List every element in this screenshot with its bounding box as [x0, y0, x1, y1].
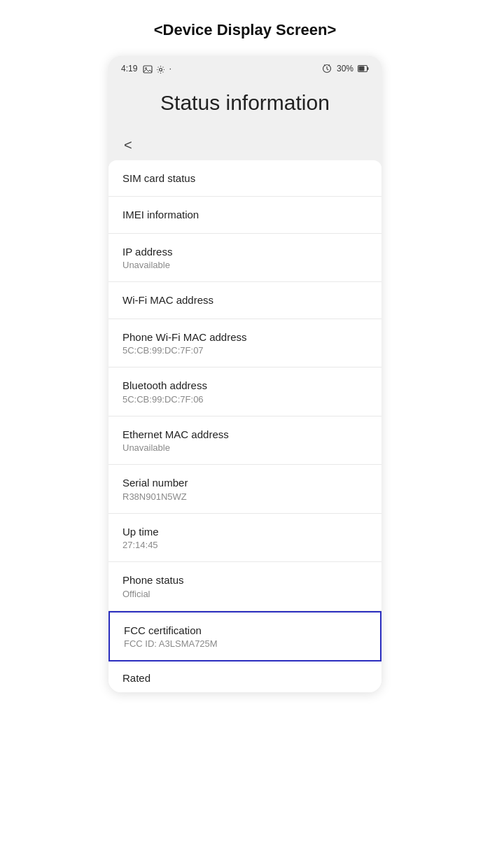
list-item-title: Phone status [122, 573, 368, 587]
list-item-fcc-certification[interactable]: FCC certification FCC ID: A3LSMA725M [108, 611, 382, 662]
list-item-subtitle: Official [122, 589, 368, 599]
list-item-subtitle: Unavailable [122, 442, 368, 453]
svg-point-2 [160, 68, 162, 71]
status-bar: 4:19 · [108, 56, 382, 78]
list-item-title: Phone Wi-Fi MAC address [122, 330, 368, 344]
list-item-wifi-mac-address[interactable]: Wi-Fi MAC address [108, 282, 382, 319]
list-item-title: Wi-Fi MAC address [122, 293, 368, 307]
battery-percent: 30% [337, 64, 354, 74]
list-item-subtitle: 27:14:45 [122, 540, 368, 550]
status-bar-right: 30% [322, 64, 369, 74]
list-item-title: Serial number [122, 476, 368, 490]
time-display: 4:19 [121, 64, 137, 74]
svg-rect-10 [359, 66, 365, 71]
list-item-subtitle: 5C:CB:99:DC:7F:07 [122, 345, 368, 356]
svg-line-5 [327, 69, 328, 70]
back-button[interactable]: < [124, 137, 132, 153]
list-item-title: Rated [122, 671, 368, 685]
list-item-title: Bluetooth address [122, 379, 368, 393]
list-item-subtitle: R38N901N5WZ [122, 491, 368, 502]
list-item-title: FCC certification [124, 624, 366, 638]
device-frame: 4:19 · [108, 56, 382, 692]
list-item-ip-address[interactable]: IP address Unavailable [108, 234, 382, 283]
list-item-up-time[interactable]: Up time 27:14:45 [108, 514, 382, 563]
list-item-subtitle: FCC ID: A3LSMA725M [124, 638, 366, 649]
list-item-title: IMEI information [122, 208, 368, 222]
header-section: Status information < [108, 78, 382, 160]
list-item-title: SIM card status [122, 172, 368, 186]
list-item-sim-card-status[interactable]: SIM card status [108, 160, 382, 197]
status-bar-left: 4:19 · [121, 63, 172, 74]
screen-title: Status information [121, 91, 369, 115]
svg-rect-0 [144, 66, 152, 73]
list-item-title: IP address [122, 245, 368, 259]
list-item-rated[interactable]: Rated [108, 662, 382, 692]
svg-rect-9 [368, 67, 369, 70]
list-item-serial-number[interactable]: Serial number R38N901N5WZ [108, 465, 382, 514]
list-item-title: Ethernet MAC address [122, 428, 368, 442]
list-item-ethernet-mac-address[interactable]: Ethernet MAC address Unavailable [108, 416, 382, 465]
list-item-subtitle: Unavailable [122, 260, 368, 270]
list-item-phone-status[interactable]: Phone status Official [108, 562, 382, 611]
svg-point-1 [146, 67, 147, 69]
list-item-subtitle: 5C:CB:99:DC:7F:06 [122, 394, 368, 405]
list-item-imei-information[interactable]: IMEI information [108, 197, 382, 234]
page-outer-title: <Device Display Screen> [154, 21, 337, 39]
list-item-title: Up time [122, 525, 368, 539]
list-item-phone-wifi-mac-address[interactable]: Phone Wi-Fi MAC address 5C:CB:99:DC:7F:0… [108, 319, 382, 368]
status-icons: · [143, 63, 172, 74]
list-item-bluetooth-address[interactable]: Bluetooth address 5C:CB:99:DC:7F:06 [108, 368, 382, 416]
content-list: SIM card status IMEI information IP addr… [108, 160, 382, 692]
